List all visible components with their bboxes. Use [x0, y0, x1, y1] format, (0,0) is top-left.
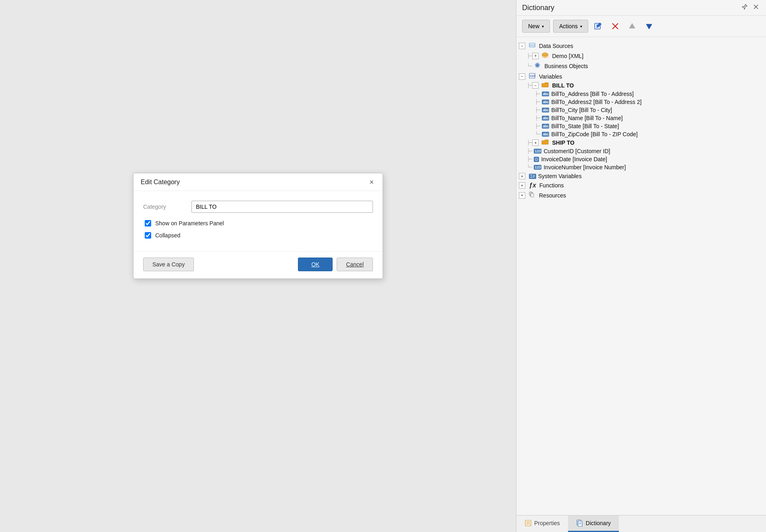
category-input[interactable] — [192, 201, 373, 213]
variables-label: Variables — [539, 73, 562, 80]
demo-xml-label: Demo [XML] — [552, 53, 583, 59]
expand-data-sources[interactable]: − — [519, 43, 525, 49]
pin-button[interactable] — [740, 3, 749, 12]
dialog-body: Category Show on Parameters Panel Collap… — [133, 191, 383, 248]
save-copy-button[interactable]: Save a Copy — [143, 258, 194, 271]
bill-to-folder-icon — [541, 82, 549, 89]
tree-item-demo-xml[interactable]: ├─ + Demo [XML] — [519, 51, 764, 61]
move-down-icon-button[interactable] — [642, 20, 656, 32]
tree-item-billto-zipcode[interactable]: └─ abc BillTo_ZipCode [Bill To - ZIP Cod… — [519, 130, 764, 138]
billto-address-label: BillTo_Address [Bill To - Address] — [551, 91, 633, 97]
tree-item-customerid[interactable]: ├─ 123 CustomerID [Customer ID] — [519, 147, 764, 155]
tree-item-bill-to[interactable]: ├─ − BILL TO — [519, 81, 764, 90]
ship-to-folder-icon — [541, 139, 549, 146]
tree-item-variables[interactable]: − VAR Variables — [519, 72, 764, 81]
demo-xml-icon — [541, 52, 549, 60]
edit-icon-button[interactable] — [591, 20, 605, 32]
billto-city-label: BillTo_City [Bill To - City] — [551, 107, 612, 113]
functions-label: Functions — [539, 182, 564, 189]
tree-connector-3: ├─ — [527, 83, 532, 88]
delete-icon-button[interactable] — [608, 20, 622, 32]
billto-name-icon: abc — [542, 116, 549, 121]
category-form-row: Category — [143, 201, 373, 213]
actions-button-label: Actions — [559, 23, 578, 29]
tab-properties-label: Properties — [534, 520, 560, 526]
expand-bill-to[interactable]: − — [532, 82, 539, 89]
tree-connector-9: └─ — [535, 131, 540, 137]
svg-point-13 — [537, 64, 538, 66]
tree-item-billto-name[interactable]: ├─ abc BillTo_Name [Bill To - Name] — [519, 114, 764, 122]
invoicedate-icon: ⊙ — [534, 157, 539, 162]
billto-state-icon: abc — [542, 124, 549, 129]
expand-resources[interactable]: + — [519, 192, 525, 199]
show-on-params-checkbox[interactable] — [145, 220, 151, 227]
billto-address2-label: BillTo_Address2 [Bill To - Address 2] — [551, 99, 641, 105]
collapsed-label[interactable]: Collapsed — [155, 232, 180, 239]
tab-properties[interactable]: Properties — [516, 515, 568, 532]
collapsed-row: Collapsed — [143, 232, 373, 239]
dialog-close-button[interactable]: × — [368, 178, 375, 187]
invoicedate-label: InvoiceDate [Invoice Date] — [541, 156, 607, 162]
category-label: Category — [143, 204, 192, 210]
cancel-button[interactable]: Cancel — [337, 258, 373, 271]
svg-text:VAR: VAR — [530, 74, 535, 78]
billto-zipcode-icon: abc — [542, 132, 549, 137]
close-panel-button[interactable] — [751, 3, 760, 12]
ok-button[interactable]: OK — [298, 258, 333, 271]
tab-dictionary[interactable]: Dictionary — [568, 515, 619, 532]
edit-category-dialog: Edit Category × Category Show on Paramet… — [133, 173, 383, 279]
billto-city-icon: abc — [542, 108, 549, 112]
tree-item-data-sources[interactable]: − Data Sources — [519, 41, 764, 51]
business-objects-label: Business Objects — [544, 63, 588, 69]
move-up-icon-button[interactable] — [625, 20, 639, 32]
tree-connector-10: ├─ — [527, 140, 532, 145]
collapsed-checkbox[interactable] — [145, 232, 151, 239]
dialog-title: Edit Category — [141, 179, 180, 186]
tree-item-business-objects[interactable]: └─ Business Objects — [519, 61, 764, 71]
tree-connector-4: ├─ — [535, 91, 540, 97]
tree-item-billto-state[interactable]: ├─ abc BillTo_State [Bill To - State] — [519, 122, 764, 130]
tree-item-resources[interactable]: + Resources — [519, 191, 764, 200]
expand-ship-to[interactable]: + — [532, 139, 539, 146]
tree-connector-12: ├─ — [527, 156, 532, 162]
variables-icon: VAR — [529, 73, 535, 80]
dialog-footer: Save a Copy OK Cancel — [133, 251, 383, 278]
bill-to-label: BILL TO — [552, 82, 574, 89]
billto-zipcode-label: BillTo_ZipCode [Bill To - ZIP Code] — [551, 131, 637, 137]
tree-item-invoicenumber[interactable]: └─ 123 InvoiceNumber [Invoice Number] — [519, 163, 764, 171]
tree-connector-6: ├─ — [535, 107, 540, 113]
dict-bottom-tabs: Properties Dictionary — [516, 515, 766, 532]
new-button-label: New — [528, 23, 539, 29]
business-objects-icon — [534, 62, 541, 70]
svg-rect-18 — [531, 193, 534, 197]
tree-connector-8: ├─ — [535, 123, 540, 129]
tab-dictionary-label: Dictionary — [586, 520, 611, 526]
tree-item-billto-address2[interactable]: ├─ abc BillTo_Address2 [Bill To - Addres… — [519, 98, 764, 106]
billto-name-label: BillTo_Name [Bill To - Name] — [551, 115, 622, 121]
svg-marker-5 — [629, 23, 635, 28]
tree-item-system-variables[interactable]: + Σ# System Variables — [519, 172, 764, 180]
tree-item-billto-city[interactable]: ├─ abc BillTo_City [Bill To - City] — [519, 106, 764, 114]
dictionary-tab-icon — [576, 520, 583, 527]
expand-demo-xml[interactable]: + — [532, 53, 539, 59]
dict-tree[interactable]: − Data Sources ├─ + — [516, 37, 766, 515]
dict-panel-title: Dictionary — [522, 4, 554, 12]
tree-item-functions[interactable]: + ƒx Functions — [519, 181, 764, 190]
tree-item-invoicedate[interactable]: ├─ ⊙ InvoiceDate [Invoice Date] — [519, 155, 764, 163]
dictionary-panel: Dictionary New ▾ Actions ▾ — [516, 0, 766, 532]
resources-label: Resources — [539, 192, 566, 199]
show-on-params-label[interactable]: Show on Parameters Panel — [155, 220, 224, 227]
expand-system-variables[interactable]: + — [519, 173, 525, 179]
functions-icon: ƒx — [529, 182, 536, 189]
tree-connector-11: ├─ — [527, 148, 532, 154]
tree-connector-5: ├─ — [535, 99, 540, 105]
tree-item-billto-address[interactable]: ├─ abc BillTo_Address [Bill To - Address… — [519, 90, 764, 98]
tree-item-ship-to[interactable]: ├─ + SHIP TO — [519, 138, 764, 147]
actions-button[interactable]: Actions ▾ — [553, 20, 588, 33]
expand-functions[interactable]: + — [519, 182, 525, 189]
tree-connector-1: ├─ — [527, 53, 532, 59]
new-button[interactable]: New ▾ — [522, 20, 550, 33]
expand-variables[interactable]: − — [519, 73, 525, 80]
ship-to-label: SHIP TO — [552, 139, 574, 146]
actions-chevron-icon: ▾ — [580, 24, 582, 29]
